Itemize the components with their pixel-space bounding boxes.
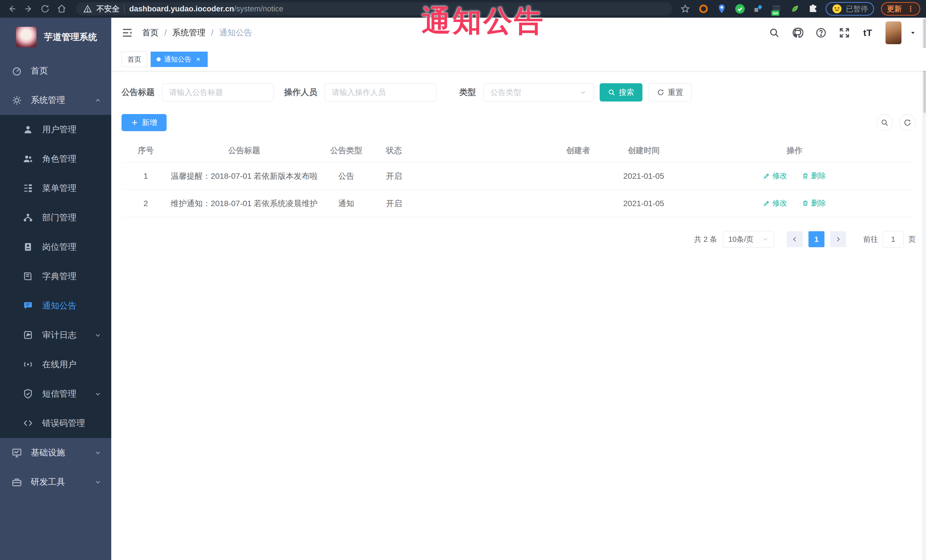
sidebar-item-audit-log[interactable]: 审计日志 (0, 320, 111, 350)
breadcrumb-home[interactable]: 首页 (142, 27, 159, 38)
profile-paused-chip[interactable]: 已暂停 (826, 2, 874, 16)
sidebar: 芋道管理系统 首页 系统管理 用户管理 角色管理 (0, 18, 111, 560)
user-icon (23, 124, 34, 135)
chevron-down-icon (94, 390, 101, 398)
plus-icon (131, 119, 138, 126)
table-row: 1 温馨提醒：2018-07-01 若依新版本发布啦 公告 开启 2021-01… (121, 163, 916, 190)
current-page-button[interactable]: 1 (808, 231, 825, 247)
avatar-caret-icon[interactable] (909, 29, 916, 36)
forward-icon[interactable] (22, 3, 35, 15)
kebab-menu-icon (907, 5, 914, 12)
delete-button[interactable]: 删除 (802, 198, 826, 208)
sidebar-item-infrastructure[interactable]: 基础设施 (0, 438, 111, 467)
fullscreen-icon[interactable] (839, 27, 850, 38)
sidebar-item-posts[interactable]: 岗位管理 (0, 232, 111, 262)
browser-update-button[interactable]: 更新 (881, 2, 920, 16)
home-icon[interactable] (55, 3, 68, 15)
type-select[interactable]: 公告类型 (483, 83, 594, 101)
reset-button[interactable]: 重置 (649, 83, 691, 101)
gear-icon (11, 95, 22, 106)
extension-green-leaf-icon[interactable] (789, 3, 800, 15)
tab-home[interactable]: 首页 (121, 51, 147, 67)
sidebar-item-system[interactable]: 系统管理 (0, 86, 111, 115)
chevron-down-icon (94, 449, 101, 456)
github-icon[interactable] (792, 27, 803, 38)
filter-form: 公告标题 操作人员 类型 公告类型 搜索 重置 (121, 83, 916, 101)
dashboard-icon (11, 66, 22, 76)
toggle-search-button[interactable] (876, 114, 893, 131)
badge-icon (23, 242, 34, 253)
shield-icon (23, 389, 34, 400)
extension-blue-pin-icon[interactable] (716, 3, 728, 15)
search-icon (608, 89, 615, 96)
table-toolbar: 新增 (121, 114, 916, 131)
operator-filter-input[interactable] (325, 83, 436, 101)
next-page-button[interactable] (830, 231, 846, 247)
notices-table: 序号 公告标题 公告类型 状态 创建者 创建时间 操作 1 温馨提醒：2018-… (121, 139, 916, 217)
avatar[interactable] (885, 21, 902, 44)
help-icon[interactable] (815, 27, 827, 38)
chevron-up-icon (94, 97, 101, 104)
pagination: 共 2 条 10条/页 1 前往 页 (121, 231, 916, 248)
table-header-row: 序号 公告标题 公告类型 状态 创建者 创建时间 操作 (121, 139, 916, 163)
sidebar-item-dev-tools[interactable]: 研发工具 (0, 467, 111, 497)
operator-filter-label: 操作人员 (284, 87, 317, 98)
extension-green-circle-icon[interactable] (734, 3, 746, 15)
extension-blue-diamond-icon[interactable] (752, 3, 764, 15)
chevron-down-icon (94, 478, 101, 486)
font-size-icon[interactable]: tT (862, 27, 873, 38)
refresh-icon (657, 89, 664, 96)
browser-chrome: 不安全 dashboard.yudao.iocoder.cn/system/no… (0, 0, 926, 18)
sidebar-item-dicts[interactable]: 字典管理 (0, 262, 111, 291)
refresh-table-button[interactable] (899, 114, 916, 131)
extension-puzzle-icon[interactable] (807, 3, 819, 15)
breadcrumb-current: 通知公告 (219, 27, 252, 38)
app-logo (16, 27, 36, 47)
close-icon[interactable] (195, 56, 202, 63)
extension-orange-ring-icon[interactable] (698, 3, 709, 15)
sidebar-item-roles[interactable]: 角色管理 (0, 144, 111, 174)
window-scrollbar[interactable] (923, 18, 926, 560)
delete-button[interactable]: 删除 (802, 171, 826, 181)
extension-dark-on-badge-icon[interactable]: on (771, 3, 782, 15)
sidebar-item-users[interactable]: 用户管理 (0, 115, 111, 144)
reload-icon[interactable] (39, 3, 51, 15)
tab-notices[interactable]: 通知公告 (151, 51, 208, 67)
app-logo-row[interactable]: 芋道管理系统 (0, 18, 111, 56)
sidebar-item-home[interactable]: 首页 (0, 56, 111, 86)
prev-page-button[interactable] (787, 231, 803, 247)
bookmark-star-icon[interactable] (679, 3, 691, 15)
sidebar-item-notices[interactable]: 通知公告 (0, 291, 111, 320)
message-bubble-icon (23, 300, 34, 311)
title-filter-input[interactable] (162, 83, 274, 101)
chevron-down-icon (762, 236, 769, 243)
url-divider (124, 5, 125, 13)
code-icon (23, 418, 34, 429)
back-icon[interactable] (6, 3, 18, 15)
sidebar-item-online-users[interactable]: 在线用户 (0, 350, 111, 379)
goto-page-input[interactable] (883, 231, 904, 248)
search-icon[interactable] (769, 27, 780, 38)
not-secure-warning-icon (83, 5, 92, 13)
users-icon (23, 154, 34, 165)
search-button[interactable]: 搜索 (600, 83, 642, 101)
url-text[interactable]: dashboard.yudao.iocoder.cn/system/notice (129, 5, 283, 14)
edit-button[interactable]: 修改 (763, 171, 787, 181)
add-button[interactable]: 新增 (121, 114, 166, 131)
table-row: 2 维护通知：2018-07-01 若依系统凌晨维护 通知 开启 2021-01… (121, 190, 916, 217)
top-navbar: 首页 / 系统管理 / 通知公告 tT (111, 18, 926, 48)
sidebar-item-sms[interactable]: 短信管理 (0, 379, 111, 409)
sidebar-collapse-icon[interactable] (121, 27, 133, 39)
active-tab-dot (157, 57, 160, 61)
address-bar[interactable]: 不安全 dashboard.yudao.iocoder.cn/system/no… (76, 2, 672, 15)
sidebar-item-error-codes[interactable]: 错误码管理 (0, 409, 111, 438)
sidebar-item-menus[interactable]: 菜单管理 (0, 174, 111, 203)
breadcrumb: 首页 / 系统管理 / 通知公告 (142, 27, 252, 38)
security-label[interactable]: 不安全 (97, 4, 120, 14)
app-title: 芋道管理系统 (44, 31, 97, 43)
page-size-select[interactable]: 10条/页 (723, 231, 774, 248)
edit-button[interactable]: 修改 (763, 198, 787, 208)
sidebar-item-departments[interactable]: 部门管理 (0, 203, 111, 232)
breadcrumb-system[interactable]: 系统管理 (172, 27, 206, 38)
paused-label: 已暂停 (846, 4, 868, 14)
